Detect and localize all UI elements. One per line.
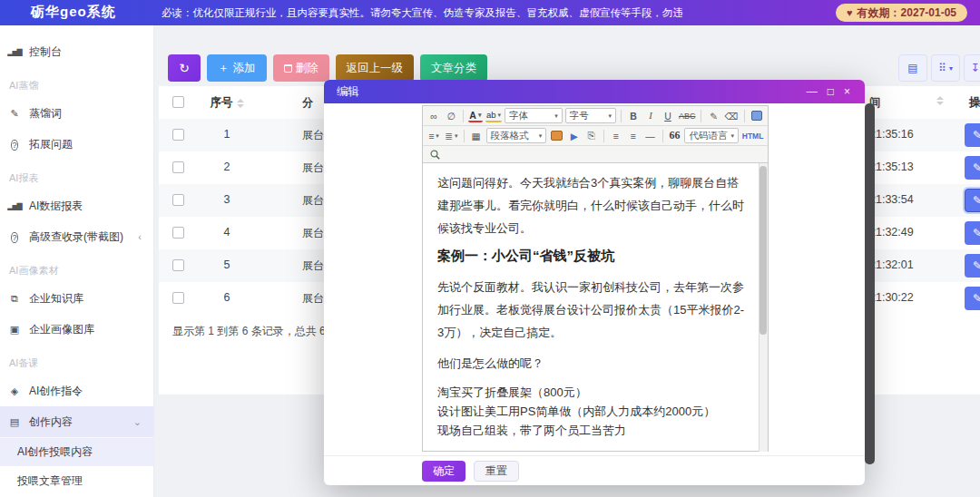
- blockquote-icon[interactable]: 66: [667, 128, 681, 143]
- sidebar-section-ai-distill: AI蒸馏: [0, 67, 153, 98]
- ordered-list-icon[interactable]: ≡▾: [426, 128, 441, 143]
- back-button[interactable]: 返回上一级: [336, 54, 415, 82]
- book-icon: ⧉: [7, 293, 22, 305]
- export-button[interactable]: ↧ ▾: [964, 54, 980, 82]
- font-color-icon[interactable]: A▾: [468, 109, 483, 122]
- select-all-checkbox[interactable]: [172, 96, 184, 108]
- row-checkbox[interactable]: [172, 227, 184, 239]
- eraser-icon[interactable]: ⌫: [723, 108, 739, 123]
- rich-text-editor: ∞ ∅ A▾ ab▾ 字体▾ 字号▾ B I U ABC ✎ ⌫ ≡▾: [422, 105, 769, 452]
- sidebar: ▂▅▇ 控制台 AI蒸馏 ✎ 蒸馏词 ? 拓展问题 AI报表 ▂▅▇ AI数据报…: [0, 25, 154, 497]
- card-view-button[interactable]: ▤: [898, 54, 927, 82]
- category-label: 文章分类: [431, 61, 476, 76]
- badge-heart-icon: ♥: [847, 7, 853, 18]
- edit-modal: 编辑 — □ × ∞ ∅ A▾ ab▾ 字体▾ 字号▾ B I U ABC: [324, 80, 865, 485]
- sidebar-section-ai-report: AI报表: [0, 160, 153, 190]
- outdent-icon[interactable]: ≡: [609, 128, 623, 143]
- card-view-icon: ▤: [907, 62, 917, 74]
- preview-magnifier-icon[interactable]: [426, 147, 442, 162]
- font-size-select[interactable]: 字号▾: [565, 108, 616, 123]
- sidebar-item-enterprise-gallery[interactable]: ▣ 企业画像图库: [0, 314, 153, 345]
- row-checkbox[interactable]: [172, 292, 184, 304]
- modal-scrollbar[interactable]: [865, 103, 875, 464]
- pencil-icon: ✎: [973, 292, 980, 305]
- edit-row-button[interactable]: ✎: [965, 189, 980, 212]
- horizontal-rule-icon[interactable]: —: [643, 128, 658, 143]
- fullscreen-icon[interactable]: [750, 108, 764, 123]
- pencil-icon: ✎: [973, 129, 980, 141]
- row-checkbox[interactable]: [172, 194, 184, 206]
- col-header-category[interactable]: 分: [302, 95, 313, 111]
- underline-icon[interactable]: U: [661, 108, 675, 123]
- edit-row-button[interactable]: ✎: [965, 287, 980, 310]
- tag-icon: ◈: [7, 385, 22, 397]
- unordered-list-icon[interactable]: ≣▾: [444, 128, 459, 143]
- sidebar-subitem-ai-feed-content[interactable]: AI创作投喂内容: [0, 437, 153, 466]
- pencil-icon: ✎: [973, 161, 980, 174]
- row-time: 21:35:16: [869, 128, 914, 141]
- sidebar-section-ai-portrait: AI画像素材: [0, 252, 153, 283]
- back-label: 返回上一级: [347, 61, 404, 76]
- add-button[interactable]: ＋ 添加: [207, 54, 267, 82]
- paragraph-format-select[interactable]: 段落格式▾: [486, 128, 547, 143]
- font-family-select[interactable]: 字体▾: [505, 108, 562, 123]
- edit-row-button[interactable]: ✎: [965, 254, 980, 278]
- sidebar-item-advanced-index-check[interactable]: ? 高级查收录(带截图) ‹: [0, 221, 153, 252]
- format-brush-icon[interactable]: ✎: [706, 108, 720, 123]
- confirm-button[interactable]: 确定: [422, 461, 466, 482]
- italic-icon[interactable]: I: [643, 108, 658, 123]
- sidebar-item-console[interactable]: ▂▅▇ 控制台: [0, 36, 153, 67]
- content-line: 设计图让美工用PS简单做（内部人力成本约2000元）: [437, 402, 746, 421]
- sidebar-item-ai-create-command[interactable]: ◈ AI创作指令: [0, 375, 153, 406]
- table-icon[interactable]: ▦: [469, 128, 484, 143]
- sidebar-item-enterprise-knowledge[interactable]: ⧉ 企业知识库: [0, 283, 153, 314]
- attachment-icon[interactable]: ⎘: [584, 128, 599, 143]
- row-num: 3: [200, 193, 254, 206]
- editor-scrollbar[interactable]: [759, 163, 768, 452]
- app-root: 砺华geo系统 必读：优化仅限正规行业，且内容要真实性。请勿夸大宣传、伪造专家及…: [0, 0, 980, 497]
- unlink-icon[interactable]: ∅: [444, 108, 458, 123]
- col-header-action: 操: [969, 95, 980, 111]
- maximize-icon[interactable]: □: [828, 84, 834, 99]
- editor-content[interactable]: 这问题问得好。今天我就结合3个真实案例，聊聊展台自搭建那些事儿。看完你就明白，什…: [423, 163, 759, 452]
- edit-row-button[interactable]: ✎: [965, 221, 980, 245]
- row-checkbox[interactable]: [172, 161, 184, 173]
- highlight-color-icon[interactable]: ab▾: [485, 109, 502, 122]
- code-language-select[interactable]: 代码语言▾: [684, 128, 739, 143]
- close-icon[interactable]: ×: [844, 84, 850, 99]
- columns-button[interactable]: ⠿ ▾: [931, 54, 960, 82]
- indent-icon[interactable]: ≡: [626, 128, 641, 143]
- refresh-button[interactable]: ↻: [168, 54, 201, 82]
- edit-row-button[interactable]: ✎: [965, 123, 980, 147]
- bold-icon[interactable]: B: [626, 108, 641, 123]
- content-line: 淘宝买了折叠展架（800元）: [437, 383, 746, 402]
- sidebar-item-ai-data-report[interactable]: ▂▅▇ AI数据报表: [0, 190, 153, 221]
- link-icon[interactable]: ∞: [426, 108, 441, 123]
- reset-button[interactable]: 重置: [474, 461, 519, 482]
- editor-scrollbar-thumb[interactable]: [760, 166, 767, 335]
- insert-media-icon[interactable]: ▶: [567, 128, 582, 143]
- delete-button[interactable]: 删除: [273, 54, 329, 82]
- columns-icon: ⠿: [938, 62, 946, 74]
- sidebar-item-expand-questions[interactable]: ? 拓展问题: [0, 129, 153, 160]
- row-time: 21:30:22: [869, 291, 914, 304]
- strikethrough-icon[interactable]: ABC: [678, 108, 697, 123]
- modal-header: 编辑 — □ ×: [324, 80, 865, 103]
- content-line: 现场自己组装，带了两个员工当苦力: [437, 421, 746, 440]
- sidebar-item-distill-words[interactable]: ✎ 蒸馏词: [0, 98, 153, 129]
- html-source-button[interactable]: HTML: [741, 128, 764, 143]
- topbar: 砺华geo系统 必读：优化仅限正规行业，且内容要真实性。请勿夸大宣传、伪造专家及…: [0, 0, 980, 25]
- col-header-num[interactable]: 序号: [200, 95, 254, 111]
- sidebar-item-label: 拓展问题: [29, 137, 73, 152]
- article-category-button[interactable]: 文章分类: [420, 54, 487, 82]
- edit-row-button[interactable]: ✎: [965, 156, 980, 180]
- content-paragraph: 先说个反面教材。我认识一家初创科技公司，去年第一次参加行业展。老板觉得展台设计公…: [437, 276, 746, 344]
- row-checkbox[interactable]: [172, 129, 184, 141]
- sidebar-subitem-feed-article-manage[interactable]: 投喂文章管理: [0, 466, 153, 495]
- insert-image-icon[interactable]: [549, 128, 564, 143]
- sidebar-item-create-content[interactable]: ▤ 创作内容 ⌄: [0, 406, 153, 437]
- minimize-icon[interactable]: —: [807, 84, 818, 99]
- question-icon: ?: [11, 140, 17, 151]
- row-checkbox[interactable]: [172, 259, 184, 271]
- delete-label: 删除: [296, 61, 318, 76]
